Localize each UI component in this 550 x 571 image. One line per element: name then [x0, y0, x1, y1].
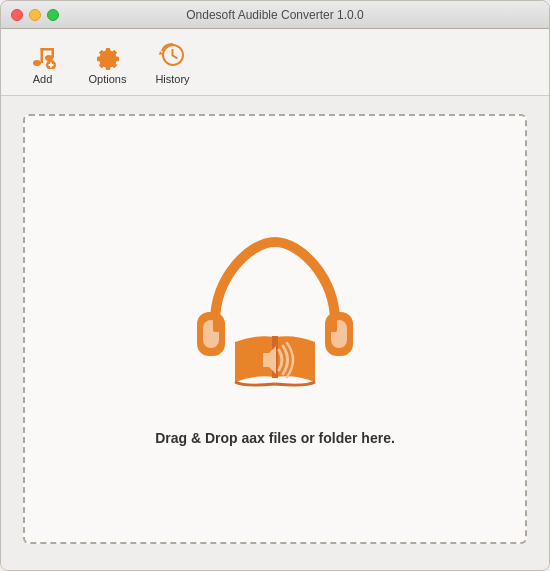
add-label: Add: [33, 73, 53, 85]
svg-rect-4: [51, 48, 54, 58]
drop-zone[interactable]: Drag & Drop aax files or folder here.: [23, 114, 527, 544]
close-button[interactable]: [11, 9, 23, 21]
maximize-button[interactable]: [47, 9, 59, 21]
main-area: Drag & Drop aax files or folder here.: [1, 96, 549, 562]
drop-instruction: Drag & Drop aax files or folder here.: [155, 430, 395, 446]
history-button[interactable]: History: [145, 35, 200, 89]
history-label: History: [155, 73, 189, 85]
history-icon: [157, 39, 189, 71]
toolbar: Add Options History: [1, 29, 549, 96]
options-button[interactable]: Options: [80, 35, 135, 89]
window-title: Ondesoft Audible Converter 1.0.0: [186, 8, 363, 22]
svg-rect-2: [40, 48, 52, 51]
svg-rect-7: [50, 63, 52, 68]
bottom-bar: Convert: [1, 562, 549, 571]
options-icon: [92, 39, 124, 71]
traffic-lights: [11, 9, 59, 21]
options-label: Options: [89, 73, 127, 85]
svg-rect-12: [213, 318, 223, 332]
svg-point-0: [33, 60, 41, 66]
drop-icon: [175, 212, 375, 412]
svg-rect-13: [327, 318, 337, 332]
add-button[interactable]: Add: [15, 35, 70, 89]
add-icon: [27, 39, 59, 71]
minimize-button[interactable]: [29, 9, 41, 21]
title-bar: Ondesoft Audible Converter 1.0.0: [1, 1, 549, 29]
